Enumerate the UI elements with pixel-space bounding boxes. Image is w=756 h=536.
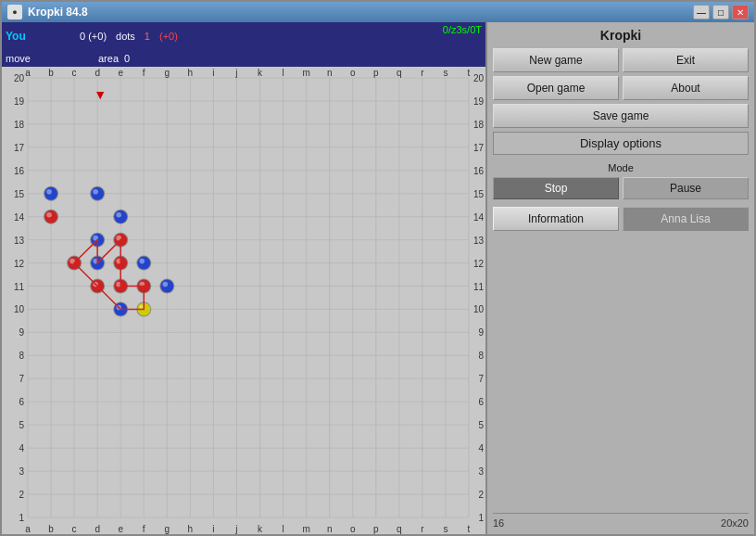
row-open-about: Open game About — [493, 76, 749, 100]
panel-footer: 16 20x20 — [493, 513, 749, 529]
save-game-button[interactable]: Save game — [493, 104, 749, 128]
information-button[interactable]: Information — [493, 207, 619, 231]
footer-left: 16 — [493, 517, 504, 529]
player-name-button[interactable]: Anna Lisa — [623, 207, 749, 231]
main-window: ● Kropki 84.8 — □ ✕ You 0 (+0) dots 1 (+… — [0, 0, 756, 536]
score-plus: (+0) — [159, 31, 178, 42]
app-icon: ● — [7, 5, 22, 19]
player-you-label: You — [6, 30, 80, 43]
minimize-button[interactable]: — — [693, 5, 710, 19]
dots-label: dots — [116, 31, 135, 42]
title-bar: ● Kropki 84.8 — □ ✕ — [2, 2, 754, 22]
row-exit-newgame: New game Exit — [493, 48, 749, 72]
info-bar-top: You 0 (+0) dots 1 (+0) 0/z3s/0T — [2, 22, 485, 50]
game-area: You 0 (+0) dots 1 (+0) 0/z3s/0T move are… — [2, 22, 485, 534]
mode-label: Mode — [493, 162, 749, 173]
dots-value: 0 (+0) — [80, 31, 107, 42]
panel-title: Kropki — [493, 28, 749, 43]
area-label: area — [98, 53, 119, 64]
area-value: 0 — [124, 53, 130, 64]
grid-canvas[interactable] — [2, 67, 485, 534]
right-panel: Kropki New game Exit Open game About Sav… — [485, 22, 754, 534]
close-button[interactable]: ✕ — [732, 5, 749, 19]
exit-button[interactable]: Exit — [623, 48, 749, 72]
pause-button[interactable]: Pause — [623, 177, 749, 199]
maximize-button[interactable]: □ — [712, 5, 729, 19]
info-player-row: Information Anna Lisa — [493, 207, 749, 231]
stop-button[interactable]: Stop — [493, 177, 619, 199]
new-game-button[interactable]: New game — [493, 48, 619, 72]
about-button[interactable]: About — [623, 76, 749, 100]
move-label: move — [6, 53, 80, 64]
display-options-label[interactable]: Display options — [493, 132, 749, 155]
footer-right: 20x20 — [721, 517, 749, 529]
window-controls: — □ ✕ — [693, 5, 749, 19]
score-red: 1 — [145, 31, 150, 42]
game-grid[interactable] — [2, 67, 485, 534]
info-center: 0 (+0) dots 1 (+0) — [80, 31, 482, 42]
content-area: You 0 (+0) dots 1 (+0) 0/z3s/0T move are… — [2, 22, 754, 534]
row-savegame: Save game — [493, 104, 749, 128]
right-score: 0/z3s/0T — [443, 24, 482, 35]
info-bar-bottom: move area 0 — [2, 50, 485, 67]
open-game-button[interactable]: Open game — [493, 76, 619, 100]
mode-buttons-row: Stop Pause — [493, 177, 749, 199]
window-title: Kropki 84.8 — [28, 6, 687, 19]
